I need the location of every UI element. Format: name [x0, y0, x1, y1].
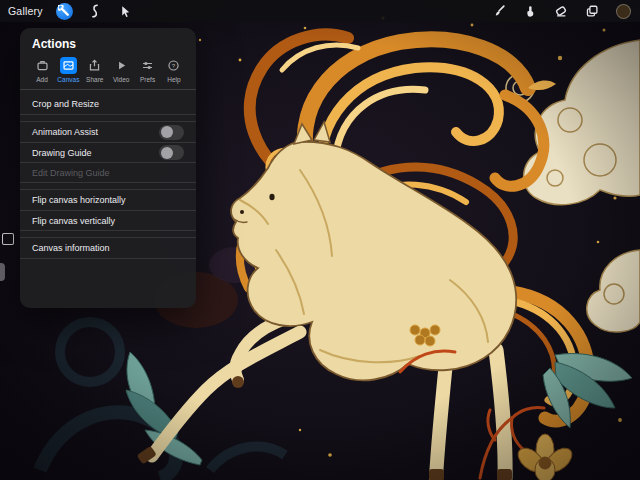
adjustments-icon [88, 4, 102, 18]
gallery-button[interactable]: Gallery [8, 5, 43, 17]
color-button[interactable] [614, 2, 632, 20]
menu-item-drawing-guide[interactable]: Drawing Guide [20, 142, 196, 162]
menu-item-flip-vertical[interactable]: Flip canvas vertically [20, 210, 196, 230]
tab-prefs[interactable]: Prefs [135, 57, 161, 83]
tab-video[interactable]: Video [108, 57, 134, 83]
cursor-arrow-icon [119, 5, 132, 18]
add-box-icon [34, 57, 51, 74]
menu-group-guides: Animation Assist Drawing Guide Edit Draw… [20, 121, 196, 183]
sidebar-modify-button[interactable] [2, 233, 14, 245]
prefs-toggles-icon [139, 57, 156, 74]
drawing-guide-toggle[interactable] [159, 145, 184, 160]
actions-panel: Actions Add Canvas Share [20, 28, 196, 308]
tab-add[interactable]: Add [29, 57, 55, 83]
top-toolbar: Gallery [0, 0, 640, 22]
share-icon [86, 57, 103, 74]
menu-item-label: Flip canvas vertically [32, 216, 115, 226]
canvas-frame-icon [60, 57, 77, 74]
menu-group-crop: Crop and Resize [20, 94, 196, 115]
menu-item-label: Flip canvas horizontally [32, 195, 126, 205]
toggle-knob [161, 126, 173, 138]
smudge-finger-icon [523, 4, 537, 18]
layers-icon [585, 4, 599, 18]
menu-item-edit-drawing-guide: Edit Drawing Guide [20, 162, 196, 182]
menu-item-flip-horizontal[interactable]: Flip canvas horizontally [20, 190, 196, 210]
actions-button[interactable] [56, 3, 73, 20]
procreate-app: Gallery [0, 0, 640, 480]
menu-item-animation-assist[interactable]: Animation Assist [20, 122, 196, 142]
menu-item-label: Edit Drawing Guide [32, 168, 110, 178]
menu-item-canvas-information[interactable]: Canvas information [20, 238, 196, 258]
selection-transform-button[interactable] [117, 2, 135, 20]
brush-icon [492, 4, 506, 18]
tab-share[interactable]: Share [82, 57, 108, 83]
layers-button[interactable] [583, 2, 601, 20]
actions-tab-bar: Add Canvas Share Video [20, 54, 196, 90]
active-color-swatch [616, 4, 631, 19]
video-play-icon [113, 57, 130, 74]
menu-item-crop-and-resize[interactable]: Crop and Resize [20, 94, 196, 114]
menu-item-label: Crop and Resize [32, 99, 99, 109]
smudge-button[interactable] [521, 2, 539, 20]
menu-item-label: Canvas information [32, 243, 110, 253]
tab-help[interactable]: ? Help [161, 57, 187, 83]
panel-title: Actions [20, 28, 196, 54]
sidebar-handle[interactable] [0, 263, 5, 281]
menu-group-flip: Flip canvas horizontally Flip canvas ver… [20, 189, 196, 231]
adjustments-button[interactable] [86, 2, 104, 20]
actions-menu: Crop and Resize Animation Assist Drawing… [20, 90, 196, 259]
menu-item-label: Animation Assist [32, 127, 98, 137]
help-question-icon: ? [165, 57, 182, 74]
eraser-icon [554, 4, 568, 18]
animation-assist-toggle[interactable] [159, 125, 184, 140]
menu-item-label: Drawing Guide [32, 148, 92, 158]
toggle-knob [161, 147, 173, 159]
brush-button[interactable] [490, 2, 508, 20]
menu-group-info: Canvas information [20, 237, 196, 259]
eraser-button[interactable] [552, 2, 570, 20]
wrench-icon [58, 5, 71, 18]
tab-canvas[interactable]: Canvas [55, 57, 81, 83]
svg-text:?: ? [172, 62, 176, 69]
